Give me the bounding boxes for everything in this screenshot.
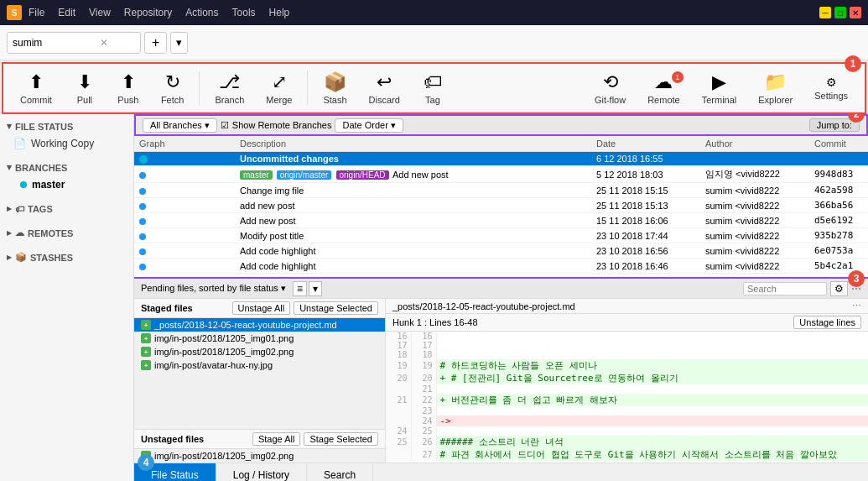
commit-list: Graph Description Date Author Commit Unc… <box>134 136 868 277</box>
diff-new-num: 24 <box>411 416 436 426</box>
title-bar-left: S File Edit View Repository Actions Tool… <box>7 5 289 20</box>
diff-old-num <box>386 448 411 461</box>
diff-line-content: + 버전관리를 좀 더 쉽고 빠르게 해보자 <box>436 394 868 406</box>
discard-button[interactable]: ↩ Discard <box>359 68 410 108</box>
list-item[interactable]: + img/in-post/avatar-hux-ny.jpg <box>134 358 385 372</box>
merge-button[interactable]: ⤢ Merge <box>256 68 302 108</box>
date-cell: 25 11 2018 15:15 <box>591 183 700 198</box>
tab-dropdown-button[interactable]: ▾ <box>170 32 188 54</box>
diff-table: 16 16 17 17 18 <box>386 332 868 461</box>
table-row[interactable]: Add code highlight 23 10 2018 16:46 sumi… <box>134 259 868 274</box>
diff-row: 24 -> <box>386 416 868 426</box>
filter-checkbox[interactable]: ☑ <box>221 120 229 131</box>
menu-file[interactable]: File <box>29 7 44 18</box>
tree-view-button[interactable]: ▾ <box>309 281 322 296</box>
branch-tag-master: master <box>240 170 273 180</box>
pending-search-input[interactable] <box>743 282 827 295</box>
pull-button[interactable]: ⬇ Pull <box>64 68 106 108</box>
diff-row: 16 16 <box>386 332 868 341</box>
list-item[interactable]: + img/in-post/2018/1205_img02.png <box>134 449 385 463</box>
graph-cell <box>134 213 235 228</box>
diff-old-num <box>386 406 411 416</box>
fetch-button[interactable]: ↻ Fetch <box>151 68 195 108</box>
search-clear-icon[interactable]: ✕ <box>100 37 108 49</box>
table-row[interactable]: Modify post title 23 10 2018 17:44 sumim… <box>134 228 868 243</box>
terminal-label: Terminal <box>702 95 737 105</box>
tab-log-history[interactable]: Log / History <box>216 463 307 481</box>
stage-selected-button[interactable]: Stage Selected <box>304 432 378 446</box>
table-row[interactable]: master origin/master origin/HEAD Add new… <box>134 166 868 183</box>
diff-line-content <box>436 332 868 341</box>
maximize-button[interactable]: □ <box>834 7 846 18</box>
remotes-label: REMOTES <box>28 228 73 238</box>
branches-header[interactable]: ▾ BRANCHES <box>0 159 133 176</box>
branch-button[interactable]: ⎇ Branch <box>205 68 254 108</box>
new-tab-button[interactable]: + <box>144 32 167 54</box>
commit-button[interactable]: ⬆ Commit <box>10 68 62 108</box>
stage-all-button[interactable]: Stage All <box>252 432 300 446</box>
terminal-button[interactable]: ▶ Terminal <box>692 68 747 108</box>
menu-edit[interactable]: Edit <box>58 7 75 18</box>
diff-old-num: 19 <box>386 359 411 372</box>
table-row[interactable]: add new post 25 11 2018 15:13 sumim <viv… <box>134 198 868 213</box>
description-cell: Change img file <box>235 183 591 198</box>
search-input[interactable] <box>13 37 96 49</box>
remotes-header[interactable]: ▸ ☁ REMOTES <box>0 224 133 242</box>
window-controls: ─ □ ✕ <box>819 7 861 18</box>
commit-table: Graph Description Date Author Commit Unc… <box>134 136 868 277</box>
table-row[interactable]: Add code highlight 23 10 2018 16:56 sumi… <box>134 243 868 259</box>
list-item[interactable]: + img/in-post/2018/1205_img01.png <box>134 332 385 345</box>
filter-bar-wrapper: 2 All Branches ▾ ☑ Show Remote Branches … <box>134 114 868 136</box>
menu-help[interactable]: Help <box>269 7 290 18</box>
working-copy-item[interactable]: 📄 Working Copy <box>0 135 133 152</box>
diff-header: _posts/2018-12-05-react-youtube-project.… <box>386 299 868 314</box>
date-order-button[interactable]: Date Order ▾ <box>335 118 403 133</box>
stashes-header[interactable]: ▸ 📦 STASHES <box>0 248 133 266</box>
minimize-button[interactable]: ─ <box>819 7 831 18</box>
divider-2 <box>307 71 308 105</box>
tag-button[interactable]: 🏷 Tag <box>412 68 454 108</box>
all-branches-button[interactable]: All Branches ▾ <box>143 118 217 133</box>
list-view-button[interactable]: ≡ <box>293 281 307 296</box>
unstage-all-button[interactable]: Unstage All <box>232 301 291 315</box>
list-item[interactable]: + _posts/2018-12-05-react-youtube-projec… <box>134 318 385 332</box>
menu-actions[interactable]: Actions <box>185 7 218 18</box>
list-item[interactable]: + img/in-post/2018/1205_img02.png <box>134 345 385 358</box>
author-cell: sumim <vivid8222 <box>700 259 809 274</box>
unstage-lines-button[interactable]: Unstage lines <box>793 316 861 329</box>
graph-dot <box>139 155 148 164</box>
table-row[interactable]: Change img file 25 11 2018 15:15 sumim <… <box>134 183 868 198</box>
branch-master-item[interactable]: master <box>0 176 133 193</box>
file-new-icon: + <box>141 333 151 343</box>
explorer-icon: 📁 <box>764 71 787 93</box>
settings-button[interactable]: ⚙ Settings <box>804 72 858 104</box>
description-cell: add new post <box>235 198 591 213</box>
remote-button[interactable]: ☁ 1 Remote <box>637 68 690 108</box>
diff-line-content <box>436 406 868 416</box>
tags-header[interactable]: ▸ 🏷 TAGS <box>0 200 133 217</box>
remote-icon-sidebar: ☁ <box>15 227 24 238</box>
menu-tools[interactable]: Tools <box>232 7 256 18</box>
table-row[interactable]: Uncommitted changes 6 12 2018 16:55 <box>134 152 868 166</box>
graph-cell <box>134 259 235 274</box>
push-button[interactable]: ⬆ Push <box>107 68 149 108</box>
gitflow-button[interactable]: ⟲ Git-flow <box>585 68 636 108</box>
pending-settings-button[interactable]: ⚙ <box>830 281 848 296</box>
diff-new-num: 18 <box>411 350 436 359</box>
menu-repository[interactable]: Repository <box>124 7 172 18</box>
stash-button[interactable]: 📦 Stash <box>313 68 356 108</box>
diff-ellipsis[interactable]: ⋯ <box>852 301 861 311</box>
table-row[interactable]: Add new post 15 11 2018 16:06 sumim <viv… <box>134 213 868 228</box>
explorer-button[interactable]: 📁 Explorer <box>748 68 803 108</box>
diff-filename: _posts/2018-12-05-react-youtube-project.… <box>392 301 575 311</box>
search-toolbar: ✕ + ▾ <box>0 25 868 60</box>
close-button[interactable]: ✕ <box>850 7 861 18</box>
unstage-selected-button[interactable]: Unstage Selected <box>294 301 378 315</box>
tab-search[interactable]: Search <box>307 463 373 481</box>
file-status-header[interactable]: ▾ FILE STATUS <box>0 118 133 135</box>
menu-view[interactable]: View <box>89 7 111 18</box>
branch-tag-head: origin/HEAD <box>336 170 389 180</box>
graph-cell <box>134 166 235 183</box>
view-toggle: ≡ ▾ <box>293 281 322 296</box>
pull-label: Pull <box>77 95 92 105</box>
